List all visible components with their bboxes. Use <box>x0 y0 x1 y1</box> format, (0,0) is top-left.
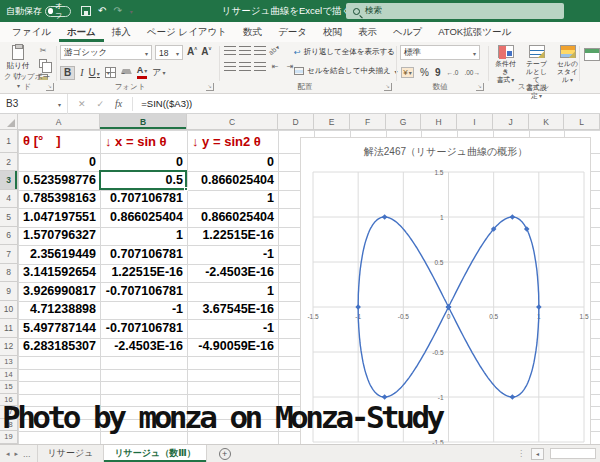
align-top-icon[interactable] <box>224 46 236 56</box>
row-header-15[interactable]: 15 <box>0 381 18 394</box>
column-header-B[interactable]: B <box>100 114 187 130</box>
menu-tab-6[interactable]: 校閲 <box>315 22 350 42</box>
column-header-G[interactable]: G <box>386 114 421 130</box>
row-header-12[interactable]: 12 <box>0 338 18 357</box>
cell-C9[interactable]: 1 <box>188 282 278 300</box>
cell-C12[interactable]: -4.90059E-16 <box>188 338 278 356</box>
row-header-2[interactable]: 2 <box>0 153 18 171</box>
row-header-3[interactable]: 3 <box>0 171 18 190</box>
font-color-button[interactable]: A <box>137 66 148 79</box>
cell-B1[interactable]: ↓ x = sin θ <box>101 130 187 152</box>
row-header-14[interactable]: 14 <box>0 369 18 382</box>
cell-B9[interactable]: -0.707106781 <box>101 282 187 300</box>
undo-icon[interactable]: ↶ <box>98 6 106 16</box>
row-header-10[interactable]: 10 <box>0 301 18 320</box>
prev-sheet-icon[interactable]: ◂ <box>6 450 10 458</box>
selected-cell-outline[interactable] <box>99 170 187 190</box>
fill-color-button[interactable] <box>121 69 132 77</box>
row-header-9[interactable]: 9 <box>0 282 18 301</box>
font-name-select[interactable]: 游ゴシック <box>60 45 152 60</box>
cell-A9[interactable]: 3.926990817 <box>19 282 100 300</box>
cell-A10[interactable]: 4.71238898 <box>19 301 100 319</box>
name-box[interactable]: B3 <box>0 94 68 114</box>
menu-tab-5[interactable]: データ <box>270 22 315 42</box>
number-format-select[interactable]: 標準 <box>400 45 480 60</box>
merge-center-button[interactable]: セルを結合して中央揃え <box>294 66 398 76</box>
percent-style-button[interactable]: % <box>420 67 429 78</box>
cell-A3[interactable]: 0.523598776 <box>19 171 100 189</box>
cell-A12[interactable]: 6.283185307 <box>19 338 100 356</box>
cell-C6[interactable]: 1.22515E-16 <box>188 227 278 245</box>
row-header-1[interactable]: 1 <box>0 130 18 153</box>
enter-icon[interactable]: ✓ <box>97 99 105 109</box>
grow-font-button[interactable]: A˄ <box>187 46 197 57</box>
italic-button[interactable]: I <box>80 67 83 78</box>
column-header-H[interactable]: H <box>421 114 457 130</box>
cell-C7[interactable]: -1 <box>188 245 278 263</box>
row-header-11[interactable]: 11 <box>0 319 18 338</box>
cell-A4[interactable]: 0.785398163 <box>19 190 100 208</box>
row-header-6[interactable]: 6 <box>0 227 18 246</box>
orientation-icon[interactable]: ab <box>267 43 283 58</box>
qat-customize-icon[interactable] <box>129 8 133 15</box>
column-header-D[interactable]: D <box>278 114 314 130</box>
cell-C5[interactable]: 0.866025404 <box>188 208 278 226</box>
cell-A11[interactable]: 5.497787144 <box>19 319 100 337</box>
number-dialog-launcher[interactable]: ↘ <box>476 83 484 91</box>
column-header-J[interactable]: J <box>493 114 529 130</box>
align-middle-icon[interactable] <box>239 46 251 56</box>
cell-A7[interactable]: 2.35619449 <box>19 245 100 263</box>
menu-tab-2[interactable]: 挿入 <box>104 22 139 42</box>
underline-button[interactable]: U <box>89 67 100 78</box>
cell-A5[interactable]: 1.047197551 <box>19 208 100 226</box>
column-header-A[interactable]: A <box>18 114 100 130</box>
style-button-2[interactable]: セルのスタイル <box>554 44 581 100</box>
font-size-select[interactable]: 18 <box>155 45 183 60</box>
hscroll-left-icon[interactable]: ◂ <box>531 448 544 460</box>
next-sheet-icon[interactable]: ▸ <box>15 450 19 458</box>
column-header-K[interactable]: K <box>529 114 564 130</box>
align-left-icon[interactable] <box>224 62 236 72</box>
comma-style-button[interactable]: 9 <box>435 67 441 78</box>
horizontal-scrollbar[interactable] <box>550 448 596 459</box>
row-header-5[interactable]: 5 <box>0 208 18 227</box>
row-header-8[interactable]: 8 <box>0 264 18 283</box>
increase-decimal-button[interactable]: ←.0 <box>446 69 458 76</box>
row-header-13[interactable]: 13 <box>0 356 18 369</box>
shrink-font-button[interactable]: A˅ <box>201 46 211 57</box>
sheet-tab-0[interactable]: リサージュ <box>37 445 105 462</box>
more-sheets-button[interactable]: ... <box>23 449 31 459</box>
copy-button[interactable] <box>36 58 50 69</box>
cell-B11[interactable]: -0.707106781 <box>101 319 187 337</box>
column-header-L[interactable]: L <box>564 114 600 130</box>
row-header-7[interactable]: 7 <box>0 245 18 264</box>
insert-cells-icon[interactable] <box>584 48 600 61</box>
cell-B6[interactable]: 1 <box>101 227 187 245</box>
currency-format-button[interactable] <box>401 67 414 78</box>
cell-B12[interactable]: -2.4503E-16 <box>101 338 187 356</box>
cancel-icon[interactable]: ✕ <box>78 99 86 109</box>
menu-tab-9[interactable]: ATOK拡張ツール <box>430 22 519 42</box>
decrease-decimal-button[interactable]: .00→ <box>464 69 480 76</box>
menu-tab-0[interactable]: ファイル <box>4 22 59 42</box>
cell-C3[interactable]: 0.866025404 <box>188 171 278 189</box>
insert-function-icon[interactable]: fx <box>115 98 122 109</box>
tabbar-splitter-icon[interactable]: ⋮ <box>517 449 525 458</box>
cell-B8[interactable]: 1.22515E-16 <box>101 264 187 282</box>
cell-C10[interactable]: 3.67545E-16 <box>188 301 278 319</box>
cell-B4[interactable]: 0.707106781 <box>101 190 187 208</box>
phonetic-guide-button[interactable]: ア <box>152 67 165 78</box>
menu-tab-4[interactable]: 数式 <box>235 22 270 42</box>
cell-C1[interactable]: ↓ y = sin2 θ <box>188 130 278 152</box>
column-header-E[interactable]: E <box>314 114 350 130</box>
wrap-text-button[interactable]: ↩ 折り返して全体を表示する <box>294 47 395 57</box>
formula-input[interactable]: =SIN(($A3)) <box>133 98 192 109</box>
menu-tab-3[interactable]: ページ レイアウト <box>139 22 235 42</box>
cell-B2[interactable]: 0 <box>101 153 187 170</box>
row-header-4[interactable]: 4 <box>0 190 18 209</box>
column-header-I[interactable]: I <box>457 114 493 130</box>
clipboard-dialog-launcher[interactable]: ↘ <box>46 83 54 91</box>
borders-button[interactable] <box>105 67 116 78</box>
cell-A1[interactable]: θ [° ] <box>19 130 100 152</box>
cell-B10[interactable]: -1 <box>101 301 187 319</box>
